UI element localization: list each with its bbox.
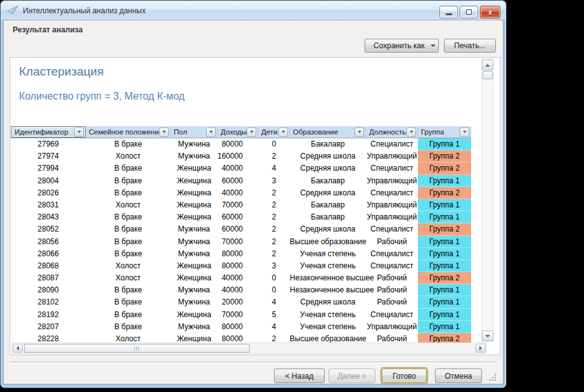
cell-gender: Мужчина bbox=[171, 138, 217, 150]
cell-education: Высшее образование bbox=[290, 236, 366, 248]
table-row[interactable]: 28207В бракеМужчина800004Ученая степеньУ… bbox=[11, 321, 471, 333]
table-row[interactable]: 28052В бракеМужчина600002Средняя школаСп… bbox=[11, 223, 471, 235]
cell-income: 160000 bbox=[217, 150, 258, 162]
cell-income: 40000 bbox=[217, 162, 258, 174]
window-controls: x bbox=[439, 6, 500, 18]
cell-position: Рабочий bbox=[366, 272, 418, 284]
column-header-position[interactable]: Должность bbox=[366, 126, 418, 138]
cell-children: 2 bbox=[258, 248, 290, 260]
cell-id: 28052 bbox=[11, 223, 86, 235]
table-row[interactable]: 27974ХолостМужчина1600002Средняя школаУп… bbox=[11, 150, 471, 162]
vertical-scrollbar[interactable] bbox=[481, 59, 494, 342]
cell-gender: Женщина bbox=[171, 187, 217, 199]
cell-children: 3 bbox=[258, 260, 290, 272]
scroll-left-button[interactable] bbox=[13, 344, 23, 353]
column-filter-button[interactable] bbox=[460, 127, 469, 137]
titlebar[interactable]: Интеллектуальный анализ данных x bbox=[1, 1, 505, 20]
column-header-gender[interactable]: Пол bbox=[171, 126, 217, 138]
cell-marital: Холост bbox=[86, 260, 171, 272]
cell-position: Управляющий bbox=[366, 175, 418, 187]
maximize-icon bbox=[466, 10, 472, 15]
cell-id: 28087 bbox=[11, 272, 86, 284]
table-row[interactable]: 28068ХолостЖенщина800003Ученая степеньСп… bbox=[11, 260, 471, 272]
cell-group: Группа 2 bbox=[418, 223, 471, 235]
cell-position: Специалист bbox=[366, 248, 418, 260]
chevron-down-icon bbox=[431, 44, 436, 47]
column-header-income[interactable]: Доходы bbox=[217, 126, 258, 138]
cell-id: 28207 bbox=[11, 321, 86, 333]
resize-grip[interactable] bbox=[488, 373, 497, 382]
column-header-id[interactable]: Идентификатор bbox=[11, 126, 86, 138]
cell-education: Бакалавр bbox=[290, 211, 366, 223]
save-as-button[interactable]: Сохранить как bbox=[365, 39, 439, 53]
cell-income: 80000 bbox=[217, 248, 258, 260]
column-header-marital[interactable]: Семейное положение bbox=[86, 126, 171, 138]
cell-income: 40000 bbox=[217, 284, 258, 296]
table-row[interactable]: 28192В бракеЖенщина700005Ученая степеньС… bbox=[11, 309, 471, 321]
cell-position: Управляющий bbox=[366, 199, 418, 211]
dialog-content: Результат анализа Сохранить как Печать..… bbox=[3, 20, 503, 384]
finish-button[interactable]: Готово bbox=[382, 369, 427, 383]
column-filter-button[interactable] bbox=[159, 127, 169, 137]
cell-id: 28031 bbox=[11, 199, 86, 211]
cell-education: Бакалавр bbox=[290, 199, 366, 211]
scroll-up-button[interactable] bbox=[482, 60, 493, 70]
table-row[interactable]: 28102В бракеМужчина200004Средняя школаРа… bbox=[11, 296, 471, 308]
horizontal-scrollbar[interactable] bbox=[11, 343, 487, 354]
close-button[interactable]: x bbox=[480, 6, 500, 18]
table-row[interactable]: 28004В бракеЖенщина600003БакалаврУправля… bbox=[11, 175, 471, 187]
cell-income: 80000 bbox=[217, 138, 258, 150]
table-row[interactable]: 28043В бракеЖенщина600002БакалаврУправля… bbox=[11, 211, 471, 223]
cell-marital: Холост bbox=[86, 150, 171, 162]
chevron-down-icon bbox=[358, 131, 361, 133]
vertical-scroll-thumb[interactable] bbox=[483, 71, 493, 79]
cell-education: Средняя школа bbox=[290, 296, 366, 308]
minimize-button[interactable] bbox=[439, 6, 458, 18]
print-button[interactable]: Печать... bbox=[444, 39, 496, 53]
cell-income: 60000 bbox=[217, 211, 258, 223]
maximize-button[interactable] bbox=[460, 6, 478, 18]
cell-children: 2 bbox=[258, 150, 290, 162]
cell-group: Группа 1 bbox=[418, 236, 471, 248]
cell-children: 0 bbox=[258, 138, 290, 150]
column-header-children[interactable]: Дети bbox=[258, 126, 290, 138]
cell-group: Группа 2 bbox=[418, 150, 471, 162]
column-filter-button[interactable] bbox=[406, 127, 416, 137]
scroll-down-button[interactable] bbox=[482, 330, 493, 341]
cell-id: 27969 bbox=[11, 138, 86, 150]
cell-income: 70000 bbox=[217, 236, 258, 248]
column-filter-button[interactable] bbox=[354, 127, 364, 137]
column-header-group[interactable]: Группа bbox=[418, 126, 471, 138]
table-row[interactable]: 28090В бракеМужчина400000Незаконченное в… bbox=[11, 284, 471, 296]
cell-group: Группа 1 bbox=[418, 211, 471, 223]
cell-group: Группа 1 bbox=[418, 296, 471, 308]
grip-icon bbox=[134, 346, 140, 351]
table-row[interactable]: 28031ХолостЖенщина700002БакалаврУправляю… bbox=[11, 199, 471, 211]
table-row[interactable]: 27994В бракеЖенщина400004Средняя школаСп… bbox=[11, 162, 471, 174]
cell-income: 20000 bbox=[217, 296, 258, 308]
table-row[interactable]: 28087ХолостЖенщина400000Незаконченное вы… bbox=[11, 272, 471, 284]
column-filter-button[interactable] bbox=[278, 127, 288, 137]
scroll-right-button[interactable] bbox=[476, 344, 486, 353]
horizontal-scroll-thumb[interactable] bbox=[24, 344, 250, 353]
column-filter-button[interactable] bbox=[74, 127, 84, 137]
arrow-up-icon bbox=[485, 64, 490, 67]
cell-children: 4 bbox=[258, 321, 290, 333]
cell-income: 80000 bbox=[217, 321, 258, 333]
cancel-button[interactable]: Отмена bbox=[435, 369, 482, 383]
table-row[interactable]: 27969В бракеМужчина800000БакалаврСпециал… bbox=[11, 138, 471, 150]
cell-id: 27994 bbox=[11, 162, 86, 174]
cell-position: Управляющий bbox=[366, 321, 418, 333]
cell-children: 2 bbox=[258, 223, 290, 235]
table-row[interactable]: 28056В бракеМужчина700002Высшее образова… bbox=[11, 236, 471, 248]
cell-marital: В браке bbox=[86, 321, 171, 333]
column-header-education[interactable]: Образование bbox=[290, 126, 366, 138]
column-filter-button[interactable] bbox=[206, 127, 216, 137]
cell-gender: Мужчина bbox=[171, 296, 217, 308]
cell-gender: Женщина bbox=[171, 260, 217, 272]
column-filter-button[interactable] bbox=[247, 127, 256, 137]
table-row[interactable]: 28026В бракеЖенщина400002Средняя школаСп… bbox=[11, 187, 471, 199]
table-row[interactable]: 28066В бракеМужчина800002Ученая степеньС… bbox=[11, 248, 471, 260]
back-button[interactable]: < Назад bbox=[274, 369, 325, 383]
cell-position: Специалист bbox=[366, 260, 418, 272]
